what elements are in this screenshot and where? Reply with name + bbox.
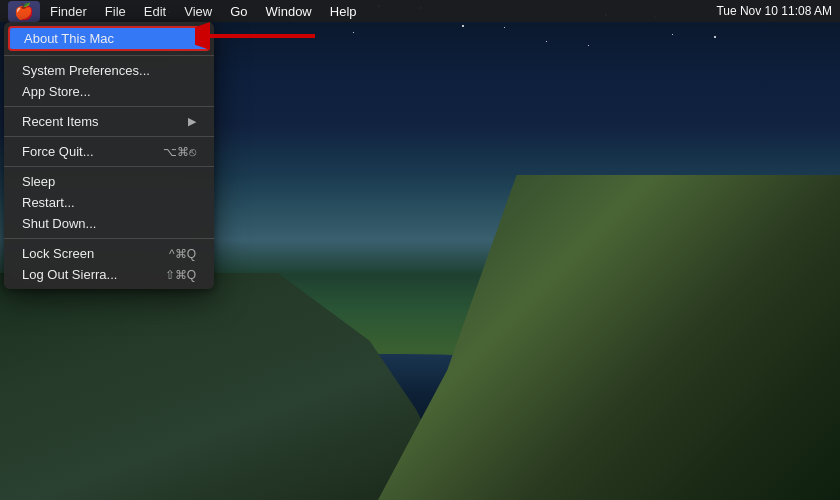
log-out-shortcut: ⇧⌘Q [165, 268, 196, 282]
apple-dropdown-menu: About This Mac System Preferences... App… [4, 22, 214, 289]
window-menu[interactable]: Window [258, 3, 320, 20]
log-out-label: Log Out Sierra... [22, 267, 117, 282]
force-quit-shortcut: ⌥⌘⎋ [163, 145, 196, 159]
menu-item-sleep[interactable]: Sleep [8, 171, 210, 192]
lock-screen-label: Lock Screen [22, 246, 94, 261]
menu-item-app-store[interactable]: App Store... [8, 81, 210, 102]
menubar: 🍎 Finder File Edit View Go Window Help T… [0, 0, 840, 22]
separator-3 [4, 136, 214, 137]
about-this-mac-label: About This Mac [24, 31, 114, 46]
recent-items-label: Recent Items [22, 114, 99, 129]
sleep-label: Sleep [22, 174, 55, 189]
restart-label: Restart... [22, 195, 75, 210]
menu-item-log-out[interactable]: Log Out Sierra... ⇧⌘Q [8, 264, 210, 285]
separator-5 [4, 238, 214, 239]
file-menu[interactable]: File [97, 3, 134, 20]
app-store-label: App Store... [22, 84, 91, 99]
finder-menu[interactable]: Finder [42, 3, 95, 20]
apple-menu-button[interactable]: 🍎 [8, 1, 40, 22]
menu-item-force-quit[interactable]: Force Quit... ⌥⌘⎋ [8, 141, 210, 162]
menubar-clock: Tue Nov 10 11:08 AM [716, 4, 832, 18]
menu-item-system-preferences[interactable]: System Preferences... [8, 60, 210, 81]
help-menu[interactable]: Help [322, 3, 365, 20]
menu-item-about-this-mac[interactable]: About This Mac [8, 26, 210, 51]
separator-2 [4, 106, 214, 107]
system-preferences-label: System Preferences... [22, 63, 150, 78]
menubar-right: Tue Nov 10 11:08 AM [716, 4, 832, 18]
edit-menu[interactable]: Edit [136, 3, 174, 20]
view-menu[interactable]: View [176, 3, 220, 20]
shut-down-label: Shut Down... [22, 216, 96, 231]
separator-1 [4, 55, 214, 56]
force-quit-label: Force Quit... [22, 144, 94, 159]
cliff-left [0, 273, 462, 501]
recent-items-arrow-icon: ▶ [188, 115, 196, 128]
menu-item-shut-down[interactable]: Shut Down... [8, 213, 210, 234]
go-menu[interactable]: Go [222, 3, 255, 20]
menu-item-restart[interactable]: Restart... [8, 192, 210, 213]
lock-screen-shortcut: ^⌘Q [169, 247, 196, 261]
cliff-right [378, 175, 840, 500]
separator-4 [4, 166, 214, 167]
menu-item-lock-screen[interactable]: Lock Screen ^⌘Q [8, 243, 210, 264]
menubar-left: 🍎 Finder File Edit View Go Window Help [8, 1, 365, 22]
menu-item-recent-items[interactable]: Recent Items ▶ [8, 111, 210, 132]
